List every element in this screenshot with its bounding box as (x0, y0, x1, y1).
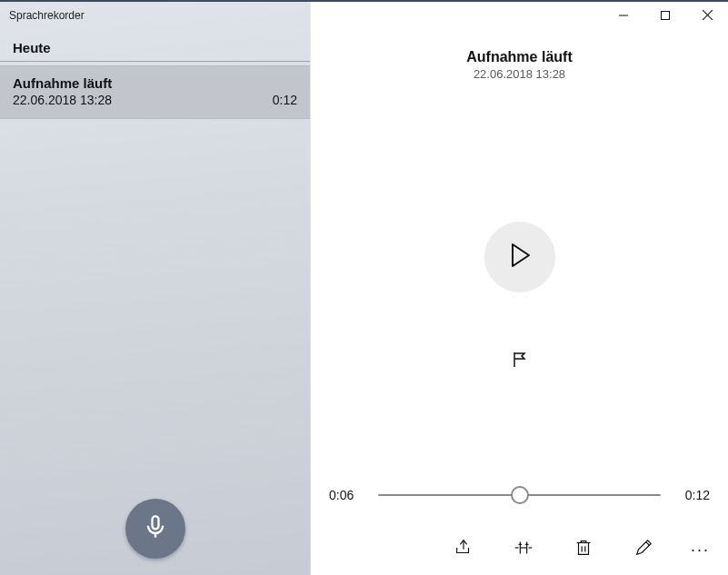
recording-item-datetime: 22.06.2018 13:28 (13, 93, 112, 107)
seek-slider[interactable] (378, 484, 661, 506)
maximize-button[interactable] (644, 2, 686, 29)
flag-icon (511, 351, 529, 372)
record-button[interactable] (125, 499, 185, 559)
pencil-icon (633, 538, 653, 561)
share-icon (454, 538, 474, 561)
playback-area (311, 81, 728, 484)
minimize-button[interactable] (603, 2, 644, 29)
seek-row: 0:06 0:12 (311, 484, 728, 524)
maximize-icon (661, 7, 670, 24)
svg-rect-0 (152, 516, 158, 529)
app-title: Sprachrekorder (9, 9, 85, 22)
action-toolbar: ··· (311, 524, 728, 575)
main-panel: Aufnahme läuft 22.06.2018 13:28 0:06 (311, 2, 728, 575)
microphone-icon (143, 514, 168, 543)
close-button[interactable] (686, 2, 728, 29)
play-button[interactable] (484, 222, 555, 292)
svg-marker-6 (513, 244, 529, 266)
trim-icon (514, 538, 534, 561)
delete-button[interactable] (571, 537, 596, 562)
section-heading-today: Heute (0, 29, 310, 61)
recording-item-duration: 0:12 (273, 93, 297, 107)
add-marker-button[interactable] (502, 343, 538, 380)
minimize-icon (619, 7, 628, 24)
sidebar: Sprachrekorder Heute Aufnahme läuft 22.0… (0, 2, 311, 575)
rename-button[interactable] (631, 537, 656, 562)
recording-list-item[interactable]: Aufnahme läuft 22.06.2018 13:28 0:12 (0, 65, 310, 119)
titlebar: Sprachrekorder (0, 2, 310, 29)
recording-header: Aufnahme läuft 22.06.2018 13:28 (311, 49, 728, 81)
close-icon (703, 7, 713, 24)
seek-knob[interactable] (511, 486, 529, 504)
trash-icon (573, 538, 593, 561)
play-icon (509, 243, 531, 272)
more-button[interactable]: ··· (691, 540, 710, 560)
current-time-label: 0:06 (329, 488, 365, 502)
app-window: Sprachrekorder Heute Aufnahme läuft 22.0… (0, 0, 728, 575)
total-time-label: 0:12 (673, 488, 710, 502)
svg-rect-3 (662, 12, 670, 20)
more-icon: ··· (691, 540, 710, 559)
recording-datetime: 22.06.2018 13:28 (311, 67, 728, 81)
window-controls (311, 2, 728, 29)
svg-line-19 (646, 542, 650, 546)
divider (0, 61, 310, 62)
share-button[interactable] (451, 537, 476, 562)
recording-title: Aufnahme läuft (311, 49, 728, 65)
recording-item-title: Aufnahme läuft (13, 75, 297, 91)
trim-button[interactable] (511, 537, 536, 562)
